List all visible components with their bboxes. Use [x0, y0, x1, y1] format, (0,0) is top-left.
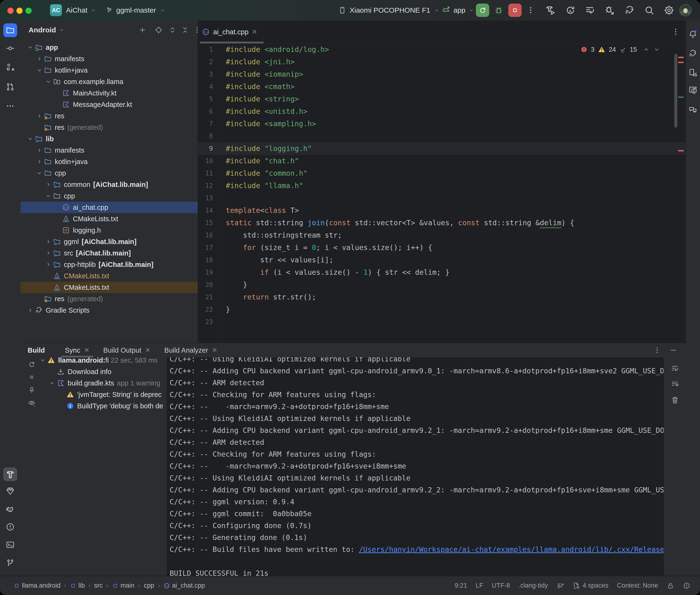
code-line-21[interactable]: 21 return str.str(); [198, 291, 686, 303]
soft-wrap-icon[interactable] [670, 364, 679, 373]
tree-item-ggml[interactable]: ggml[AiChat.lib.main] [21, 236, 198, 247]
tree-item-buildtype-debug-is-both-de[interactable]: BuildType 'debug' is both de [38, 400, 167, 412]
code-line-23[interactable]: 23 [198, 316, 686, 328]
tree-item--jvmtarget-string-is-deprec[interactable]: 'jvmTarget: String' is deprec [38, 389, 167, 400]
change-stripe-mark[interactable] [678, 96, 684, 98]
breadcrumb-item-llama-android[interactable]: llama.android [13, 582, 60, 589]
stripe-item-pull-requests[interactable] [5, 82, 15, 92]
rerun-button[interactable] [476, 4, 489, 17]
build-hammer-icon[interactable] [545, 5, 556, 16]
tree-item--fi[interactable]: llama.android: fi22 sec, 583 ms [38, 355, 167, 366]
clang-tidy-status[interactable]: .clang-tidy [519, 582, 548, 589]
chevron-right-icon[interactable] [36, 147, 43, 153]
inspections-widget[interactable]: 3 24 15 [581, 46, 660, 53]
stripe-item-terminal[interactable] [5, 540, 15, 549]
project-selector[interactable]: AiChat [66, 0, 96, 21]
stripe-item-project[interactable] [3, 23, 17, 37]
code-line-11[interactable]: 11#include "common.h" [198, 167, 686, 179]
problems-indicator-icon[interactable] [683, 582, 691, 590]
code-line-10[interactable]: 10#include "chat.h" [198, 155, 686, 167]
tab-ai_chat-cpp[interactable]: C+ ai_chat.cpp ✕ [202, 21, 257, 43]
breadcrumb-item-src[interactable]: src [94, 582, 103, 589]
lock-open-icon[interactable] [667, 582, 674, 590]
chevron-right-icon[interactable] [45, 261, 52, 268]
code-line-19[interactable]: 19 if (i < values.size() - 1) { str << d… [198, 266, 686, 279]
chevron-right-icon[interactable] [27, 307, 34, 314]
code-line-20[interactable]: 20 } [198, 279, 686, 291]
chevron-down-icon[interactable] [36, 67, 43, 74]
file-encoding[interactable]: UTF-8 [492, 582, 510, 589]
code-style-icon[interactable] [556, 582, 564, 590]
code-line-4[interactable]: 4#include <cmath> [198, 81, 686, 93]
code-line-15[interactable]: 15static std::string join(const std::vec… [198, 217, 686, 229]
chevron-down-icon[interactable] [39, 357, 46, 364]
close-window-button[interactable] [7, 8, 13, 14]
chevron-down-icon[interactable] [36, 170, 43, 176]
stripe-item-more-tool-windows[interactable] [5, 101, 15, 111]
breadcrumb-item-ai-chat-cpp[interactable]: C+ai_chat.cpp [163, 582, 205, 589]
stop-button[interactable] [508, 4, 522, 17]
tree-item-common[interactable]: common[AiChat.lib.main] [21, 179, 198, 190]
code-line-17[interactable]: 17 for (size_t i = 0; i < values.size();… [198, 242, 686, 254]
prev-problem-icon[interactable] [643, 46, 650, 53]
resolve-context[interactable]: Context: None [617, 582, 658, 589]
scroll-to-end-icon[interactable] [670, 380, 679, 389]
stripe-item-commit[interactable] [5, 44, 15, 53]
rerun-sync-icon[interactable] [28, 360, 36, 368]
editor-options-kebab-icon[interactable] [671, 27, 680, 36]
code-line-16[interactable]: 16 std::ostringstream str; [198, 229, 686, 242]
code-line-18[interactable]: 18 str << values[i]; [198, 254, 686, 266]
stripe-item-build[interactable] [3, 468, 17, 481]
breadcrumb-item-main[interactable]: main [112, 582, 135, 589]
apply-changes-icon[interactable]: A [565, 5, 576, 16]
code-line-14[interactable]: 14template<class T> [198, 204, 686, 217]
code-line-7[interactable]: 7#include <sampling.h> [198, 118, 686, 130]
error-stripe-mark[interactable] [678, 62, 684, 63]
tree-item-cmakelists-txt[interactable]: CMakeLists.txt [21, 213, 198, 225]
close-tab-icon[interactable]: ✕ [252, 28, 257, 36]
tree-item-res[interactable]: res [21, 110, 198, 122]
code-line-13[interactable]: 13 [198, 192, 686, 204]
stripe-item-version-control[interactable] [5, 558, 15, 568]
code-line-22[interactable]: 22} [198, 303, 686, 316]
code-line-8[interactable]: 8 [198, 130, 686, 142]
error-stripe-mark[interactable] [678, 150, 684, 151]
tree-item-ai-chat-cpp[interactable]: C+ai_chat.cpp [21, 202, 198, 213]
tree-item-kotlin-java[interactable]: kotlin+java [21, 64, 198, 76]
stripe-item-app-quality-insights[interactable] [5, 486, 15, 496]
stripe-item-notifications[interactable] [688, 30, 698, 39]
tree-item-cmakelists-txt[interactable]: CMakeLists.txt [21, 282, 198, 293]
code-line-9[interactable]: 9#include "logging.h" [198, 142, 686, 155]
minimize-window-button[interactable] [17, 8, 23, 14]
hide-panel-icon[interactable] [669, 346, 677, 354]
stripe-item-gemini[interactable] [688, 105, 698, 115]
code-line-3[interactable]: 3#include <iomanip> [198, 68, 686, 81]
stripe-item-device-manager[interactable] [688, 68, 698, 77]
stripe-item-running-devices[interactable] [688, 85, 698, 95]
device-selector[interactable]: Xiaomi POCOPHONE F1 [338, 0, 440, 21]
breadcrumb-item-cpp[interactable]: cpp [144, 582, 155, 589]
tree-item-gradle-scripts[interactable]: Gradle Scripts [21, 305, 198, 316]
chevron-right-icon[interactable] [36, 158, 43, 165]
chevron-down-icon[interactable] [27, 44, 34, 51]
target-icon[interactable] [155, 26, 163, 34]
apply-code-icon[interactable] [585, 5, 595, 16]
code-line-6[interactable]: 6#include <unistd.h> [198, 105, 686, 118]
tree-item-build-gradle-kts[interactable]: build.gradle.ktsapp 1 warning [38, 377, 167, 389]
gradle-icon[interactable] [624, 5, 635, 16]
caret-position[interactable]: 9:21 [455, 582, 467, 589]
tree-item-download-info[interactable]: Download info [38, 366, 167, 377]
line-separator[interactable]: LF [476, 582, 483, 589]
debug-button[interactable] [492, 4, 505, 17]
tab-build-analyzer[interactable]: Build Analyzer✕ [159, 343, 222, 358]
tree-item-logging-h[interactable]: Hlogging.h [21, 225, 198, 236]
breadcrumb-item-lib[interactable]: lib [70, 582, 85, 589]
tree-item-cpp-httplib[interactable]: cpp-httplib[AiChat.lib.main] [21, 259, 198, 270]
tree-item-cpp[interactable]: cpp [21, 190, 198, 202]
bug-arrow-icon[interactable] [604, 5, 615, 16]
chevron-right-icon[interactable] [45, 250, 52, 256]
build-output-path-link[interactable]: /Users/hanyin/Workspace/ai-chat/examples… [359, 545, 664, 554]
error-stripe-mark[interactable] [678, 57, 684, 58]
chevron-right-icon[interactable] [45, 238, 52, 245]
project-view-selector[interactable]: Android [29, 21, 64, 39]
